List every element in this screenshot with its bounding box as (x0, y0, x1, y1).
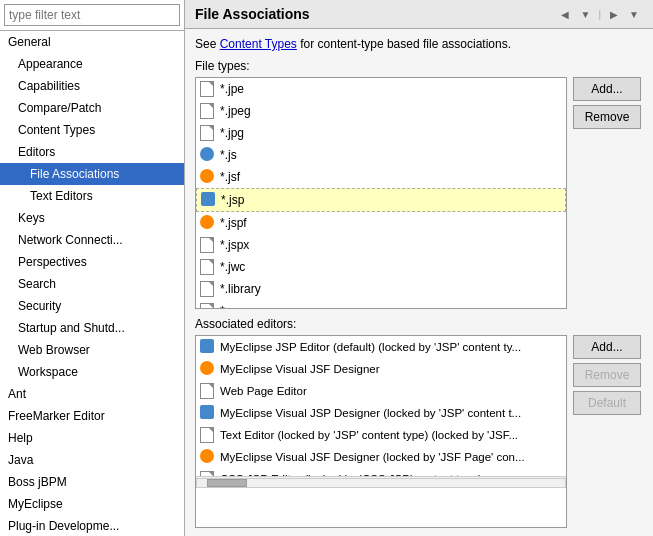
assoc-label: Associated editors: (195, 317, 643, 331)
right-header: File Associations ◀ ▼ | ▶ ▼ (185, 0, 653, 29)
doc-icon (200, 125, 216, 141)
nav-back-button[interactable]: ◀ (556, 6, 574, 22)
assoc-section: MyEclipse JSP Editor (default) (locked b… (195, 335, 643, 528)
jsp-icon (200, 339, 216, 355)
tree-item-java[interactable]: Java (0, 449, 184, 471)
tree-item-file-associations[interactable]: File Associations (0, 163, 184, 185)
assoc-item[interactable]: MyEclipse Visual JSF Designer (locked by… (196, 446, 566, 468)
assoc-item[interactable]: MyEclipse JSP Editor (default) (locked b… (196, 336, 566, 358)
list-item[interactable]: *.jwc (196, 256, 566, 278)
assoc-item[interactable]: CSS JSP Editor (locked by 'CSS JSP' cont… (196, 468, 566, 476)
nav-forward-button[interactable]: ▶ (605, 6, 623, 22)
assoc-buttons: Add... Remove Default (573, 335, 643, 528)
file-types-label: File types: (195, 59, 643, 73)
tree-item-freemarker[interactable]: FreeMarker Editor (0, 405, 184, 427)
assoc-item[interactable]: Web Page Editor (196, 380, 566, 402)
doc-icon (200, 103, 216, 119)
list-item[interactable]: *.mer (196, 300, 566, 308)
file-type-label: *.jspx (220, 236, 249, 254)
tree-item-myeclipse[interactable]: MyEclipse (0, 493, 184, 515)
assoc-editor-label: MyEclipse Visual JSP Designer (locked by… (220, 404, 521, 422)
content-area: See Content Types for content-type based… (185, 29, 653, 536)
tree-item-general[interactable]: General (0, 31, 184, 53)
assoc-editor-label: MyEclipse JSP Editor (default) (locked b… (220, 338, 521, 356)
orange-icon (200, 361, 216, 377)
assoc-editor-label: MyEclipse Visual JSF Designer (locked by… (220, 448, 525, 466)
file-type-label: *.library (220, 280, 261, 298)
list-item[interactable]: *.js (196, 144, 566, 166)
list-item[interactable]: *.jpeg (196, 100, 566, 122)
tree-item-web-browser[interactable]: Web Browser (0, 339, 184, 361)
doc-icon (200, 383, 216, 399)
default-assoc-button[interactable]: Default (573, 391, 641, 415)
content-types-link[interactable]: Content Types (220, 37, 297, 51)
list-item[interactable]: *.jpe (196, 78, 566, 100)
list-item[interactable]: *.jsf (196, 166, 566, 188)
list-item[interactable]: *.jpg (196, 122, 566, 144)
remove-assoc-button[interactable]: Remove (573, 363, 641, 387)
tree-item-startup[interactable]: Startup and Shutd... (0, 317, 184, 339)
left-panel: General Appearance Capabilities Compare/… (0, 0, 185, 536)
file-types-list[interactable]: *.jpe *.jpeg *.jpg *.js (196, 78, 566, 308)
filter-input[interactable] (4, 4, 180, 26)
assoc-editor-label: Text Editor (locked by 'JSP' content typ… (220, 426, 518, 444)
tree-item-workspace[interactable]: Workspace (0, 361, 184, 383)
file-type-label: *.jsf (220, 168, 240, 186)
doc-icon (200, 303, 216, 308)
tree-item-perspectives[interactable]: Perspectives (0, 251, 184, 273)
list-item[interactable]: *.jspf (196, 212, 566, 234)
list-item-jsp[interactable]: *.jsp (196, 188, 566, 212)
main-container: General Appearance Capabilities Compare/… (0, 0, 653, 536)
file-type-label: *.jwc (220, 258, 245, 276)
assoc-item[interactable]: Text Editor (locked by 'JSP' content typ… (196, 424, 566, 446)
horizontal-scrollbar[interactable] (196, 476, 566, 488)
tree-item-capabilities[interactable]: Capabilities (0, 75, 184, 97)
orange-icon (200, 449, 216, 465)
doc-icon (200, 237, 216, 253)
tree-item-jbpm[interactable]: Boss jBPM (0, 471, 184, 493)
tree-item-plugin-dev[interactable]: Plug-in Developme... (0, 515, 184, 536)
nav-fwd-down-button[interactable]: ▼ (625, 6, 643, 22)
tree-area: General Appearance Capabilities Compare/… (0, 31, 184, 536)
see-prefix: See (195, 37, 216, 51)
tree-item-ant[interactable]: Ant (0, 383, 184, 405)
jsp-icon (201, 192, 217, 208)
list-item[interactable]: *.library (196, 278, 566, 300)
tree-item-keys[interactable]: Keys (0, 207, 184, 229)
tree-item-editors[interactable]: Editors (0, 141, 184, 163)
assoc-editors-list[interactable]: MyEclipse JSP Editor (default) (locked b… (196, 336, 566, 476)
orange-icon (200, 215, 216, 231)
see-suffix: for content-type based file associations… (300, 37, 511, 51)
tree-item-help[interactable]: Help (0, 427, 184, 449)
assoc-list-container: MyEclipse JSP Editor (default) (locked b… (195, 335, 567, 528)
jsp-icon (200, 405, 216, 421)
tree-item-network[interactable]: Network Connecti... (0, 229, 184, 251)
tree-item-content-types[interactable]: Content Types (0, 119, 184, 141)
blue-icon (200, 147, 216, 163)
file-type-label: *.js (220, 146, 237, 164)
filter-wrapper (0, 0, 184, 31)
add-file-type-button[interactable]: Add... (573, 77, 641, 101)
tree-item-appearance[interactable]: Appearance (0, 53, 184, 75)
file-types-list-container: *.jpe *.jpeg *.jpg *.js (195, 77, 567, 309)
list-item[interactable]: *.jspx (196, 234, 566, 256)
assoc-item[interactable]: MyEclipse Visual JSP Designer (locked by… (196, 402, 566, 424)
tree-item-text-editors[interactable]: Text Editors (0, 185, 184, 207)
assoc-editor-label: CSS JSP Editor (locked by 'CSS JSP' cont… (220, 470, 482, 476)
tree-item-compare-patch[interactable]: Compare/Patch (0, 97, 184, 119)
add-assoc-button[interactable]: Add... (573, 335, 641, 359)
tree-item-security[interactable]: Security (0, 295, 184, 317)
right-panel: File Associations ◀ ▼ | ▶ ▼ See Content … (185, 0, 653, 536)
tree-item-search[interactable]: Search (0, 273, 184, 295)
doc-icon (200, 427, 216, 443)
doc-icon (200, 281, 216, 297)
assoc-editor-label: Web Page Editor (220, 382, 307, 400)
see-text: See Content Types for content-type based… (195, 37, 643, 51)
remove-file-type-button[interactable]: Remove (573, 105, 641, 129)
file-types-section: *.jpe *.jpeg *.jpg *.js (195, 77, 643, 309)
doc-icon (200, 81, 216, 97)
doc-icon (200, 259, 216, 275)
nav-separator: | (598, 9, 601, 20)
nav-down-button[interactable]: ▼ (576, 6, 594, 22)
assoc-item[interactable]: MyEclipse Visual JSF Designer (196, 358, 566, 380)
